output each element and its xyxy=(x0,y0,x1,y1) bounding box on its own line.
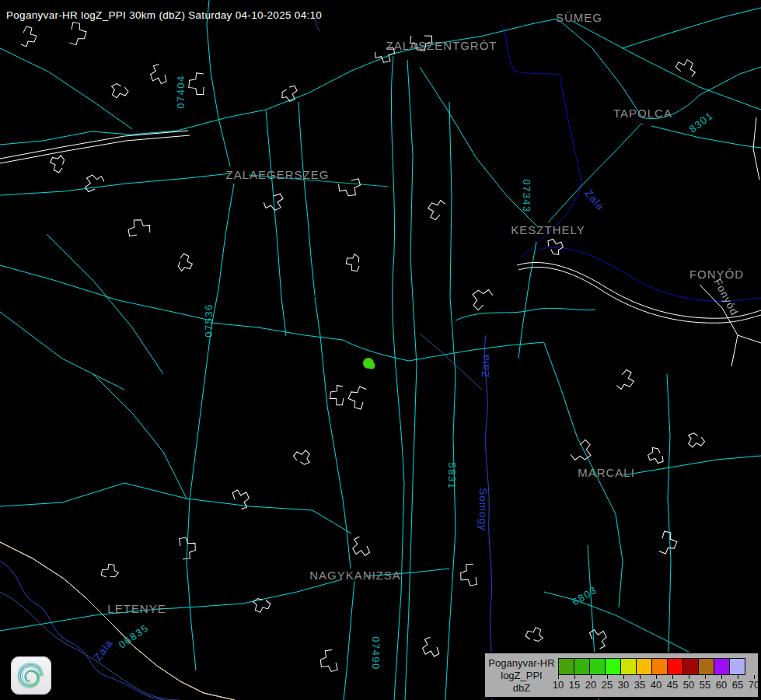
city-label: MARCALI xyxy=(578,466,635,479)
legend-tick-value: 60 xyxy=(716,679,727,691)
legend-tick-value: 70 xyxy=(749,679,759,691)
legend-color-cell xyxy=(698,658,714,675)
legend-color-cell xyxy=(620,658,637,675)
legend-color-cell xyxy=(558,658,574,675)
legend-unit-label: dbZ xyxy=(485,682,558,695)
road-number-label: 07404 xyxy=(175,75,187,109)
city-label: KESZTHELY xyxy=(511,223,585,236)
legend-tick-value: 45 xyxy=(667,679,678,691)
legend-tick-value: 25 xyxy=(602,679,613,691)
legend-color-cell xyxy=(636,658,652,675)
radar-image-title: Poganyvar-HR logZ_PPI 30km (dbZ) Saturda… xyxy=(6,9,322,21)
legend-tick-labels: 10152025303540455055606570 xyxy=(558,675,745,692)
legend-color-cell xyxy=(682,658,699,675)
legend-color-cell xyxy=(589,658,606,675)
legend-tick-value: 50 xyxy=(683,679,694,691)
radar-map-canvas xyxy=(0,0,761,700)
legend-station-name: Poganyvar-HR xyxy=(485,657,558,670)
legend-tick-value: 15 xyxy=(569,679,580,691)
spiral-radar-logo-icon xyxy=(14,660,48,692)
legend-product-name: logZ_PPI xyxy=(485,670,558,682)
legend-color-cell xyxy=(729,658,745,675)
legend-color-scale: 10152025303540455055606570 xyxy=(558,658,745,692)
road-number-label: 07536 xyxy=(203,303,215,338)
city-label: FONYÓD xyxy=(689,268,744,281)
river-label: Zala xyxy=(480,354,491,377)
radar-echo xyxy=(363,358,375,369)
city-label: ZALASZENTGRÓT xyxy=(386,39,497,52)
road-number-label: 07343 xyxy=(521,179,532,213)
legend-color-cell xyxy=(605,658,621,675)
city-label: TAPOLCA xyxy=(613,107,672,120)
legend-color-cell xyxy=(667,658,683,675)
river-label: Somogy xyxy=(477,488,489,531)
river-layer xyxy=(0,17,761,700)
legend-tick-value: 35 xyxy=(634,679,645,691)
city-label: ZALAEGERSZEG xyxy=(226,168,330,181)
weather-service-logo[interactable] xyxy=(11,656,51,695)
legend-tick-value: 65 xyxy=(732,679,743,691)
dbz-color-legend: Poganyvar-HR logZ_PPI dbZ 10152025303540… xyxy=(483,652,759,698)
city-label: LETENYE xyxy=(107,602,166,615)
legend-tick-value: 20 xyxy=(585,679,596,691)
legend-tick-value: 55 xyxy=(700,679,710,691)
road-layer xyxy=(0,0,761,700)
legend-tick-value: 40 xyxy=(651,679,662,691)
road-number-label: 5831 xyxy=(446,463,458,490)
legend-color-cell xyxy=(651,658,668,675)
radar-map-view: Poganyvar-HR logZ_PPI 30km (dbZ) Saturda… xyxy=(0,0,761,700)
legend-tick-value: 30 xyxy=(618,679,629,691)
legend-text-block: Poganyvar-HR logZ_PPI dbZ xyxy=(485,653,558,695)
road-number-label: 07490 xyxy=(370,636,382,670)
legend-color-cell xyxy=(714,658,730,675)
legend-tick-value: 10 xyxy=(553,679,564,691)
city-label: NAGYKANIZSA xyxy=(309,569,401,582)
legend-color-bar xyxy=(558,658,745,675)
legend-color-cell xyxy=(574,658,590,675)
city-label: SÜMEG xyxy=(556,11,602,24)
